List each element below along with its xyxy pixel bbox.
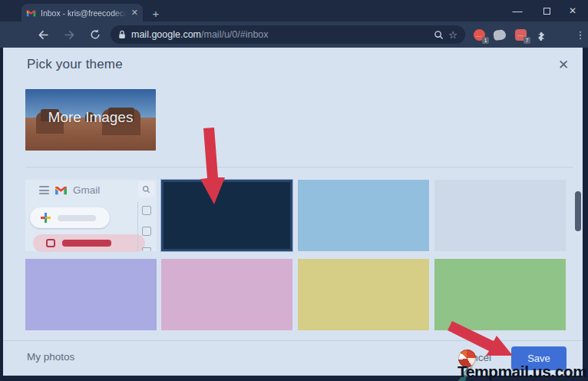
preview-search-icon <box>138 181 154 197</box>
more-images-tile[interactable]: More Images <box>25 89 156 151</box>
theme-swatch-pink[interactable] <box>161 259 292 330</box>
compose-plus-icon <box>41 213 51 223</box>
theme-swatch-lavender[interactable] <box>25 259 157 330</box>
watermark-text: Tempmail.us.com <box>458 363 586 381</box>
preview-divider <box>137 202 138 251</box>
compose-placeholder-bar <box>58 215 96 221</box>
url-path: /mail/u/0/#inbox <box>201 29 269 40</box>
profile-avatar[interactable] <box>554 27 570 42</box>
tab-close-icon[interactable]: ✕ <box>131 8 138 17</box>
divider <box>25 167 573 167</box>
gmail-favicon-icon <box>26 9 36 17</box>
more-images-label: More Images <box>25 109 156 126</box>
my-photos-link[interactable]: My photos <box>27 351 74 363</box>
extension-badge: 7 <box>524 37 530 44</box>
theme-swatch-default[interactable]: Gmail <box>25 180 157 251</box>
address-bar[interactable]: mail.google.com/mail/u/0/#inbox ☆ <box>111 25 465 44</box>
gmail-logo-icon <box>55 185 68 195</box>
url-host: mail.google.com <box>131 29 201 40</box>
browser-window: Inbox - kris@freecodecamp.org - fre ✕ + … <box>0 0 588 381</box>
window-maximize-button[interactable] <box>539 5 554 17</box>
browser-menu-icon[interactable]: ⋮ <box>575 29 586 41</box>
gmail-wordmark: Gmail <box>73 184 100 196</box>
bookmark-star-icon[interactable]: ☆ <box>448 29 458 41</box>
browser-toolbar: mail.google.com/mail/u/0/#inbox ☆ … 1 … … <box>0 22 588 48</box>
browser-titlebar: Inbox - kris@freecodecamp.org - fre ✕ + … <box>0 0 588 22</box>
tab-title: Inbox - kris@freecodecamp.org - fre <box>41 8 127 18</box>
preview-inbox-row <box>33 234 145 252</box>
theme-swatch-green[interactable] <box>434 259 566 330</box>
preview-checkbox <box>142 227 151 236</box>
extension-badge: 1 <box>482 37 489 44</box>
lock-icon <box>118 30 126 39</box>
zoom-search-icon[interactable] <box>434 30 444 40</box>
reload-button[interactable] <box>86 25 104 44</box>
preview-checkbox <box>142 206 151 215</box>
hamburger-icon <box>39 186 49 194</box>
footer-divider <box>3 340 583 341</box>
back-button[interactable] <box>34 25 52 44</box>
extension-icon-red-circle[interactable]: … 1 <box>471 27 487 42</box>
window-close-button[interactable]: ✕ <box>565 5 580 17</box>
theme-swatch-khaki[interactable] <box>298 259 429 330</box>
preview-compose-button <box>30 207 110 228</box>
theme-swatch-soft-gray[interactable] <box>434 180 566 251</box>
extension-icon-gray[interactable] <box>492 27 507 42</box>
browser-tab-inbox[interactable]: Inbox - kris@freecodecamp.org - fre ✕ <box>21 4 143 22</box>
preview-checkbox <box>142 247 151 251</box>
inbox-label-bar <box>62 240 111 247</box>
inbox-icon <box>46 239 55 247</box>
dialog-scrollbar-thumb[interactable] <box>575 191 581 231</box>
theme-swatch-dark-navy-selected[interactable] <box>161 180 292 251</box>
extension-icon-red-square[interactable]: … 7 <box>513 27 528 42</box>
window-minimize-button[interactable]: — <box>510 5 525 17</box>
extensions-puzzle-icon[interactable] <box>533 27 549 42</box>
dialog-title: Pick your theme <box>27 57 123 72</box>
theme-dialog: Pick your theme ✕ More Images <box>3 48 583 376</box>
new-tab-button[interactable]: + <box>148 5 164 21</box>
theme-swatch-light-blue[interactable] <box>298 180 429 251</box>
dialog-close-icon[interactable]: ✕ <box>554 55 573 74</box>
forward-button[interactable] <box>60 25 78 44</box>
